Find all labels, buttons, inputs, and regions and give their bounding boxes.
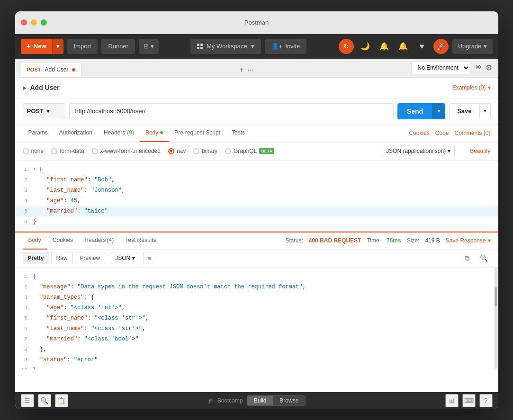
minimize-button[interactable] — [31, 19, 37, 26]
resp-line-6: 6 "last_name": "<class 'str'>", — [15, 323, 498, 334]
layout-button[interactable]: ⊞ ▾ — [139, 39, 159, 54]
upgrade-button[interactable]: Upgrade ▾ — [452, 39, 493, 54]
invite-button[interactable]: 👤+ Invite — [265, 39, 307, 54]
chevron-down-icon: ▾ — [251, 43, 254, 50]
radio-graphql[interactable] — [225, 148, 231, 154]
request-tab[interactable]: POST Add User — [21, 62, 82, 77]
tab-tests[interactable]: Tests — [226, 124, 251, 142]
heart-button[interactable]: ♥ — [414, 39, 430, 54]
filter-icon-button[interactable]: ≡ — [143, 252, 155, 264]
send-button[interactable]: Send — [397, 103, 432, 119]
import-button[interactable]: Import — [67, 39, 98, 54]
new-button-arrow[interactable]: ▾ — [52, 39, 63, 54]
option-graphql[interactable]: GraphQL BETA — [225, 148, 274, 154]
code-link[interactable]: Code — [435, 130, 449, 136]
save-response-button[interactable]: Save Response ▾ — [446, 237, 491, 244]
bell-button[interactable]: 🔔 — [396, 39, 411, 54]
code-line-3: 3 "last_name": "Johnson", — [15, 185, 498, 196]
view-preview-button[interactable]: Preview — [75, 252, 106, 264]
code-line-5: 5 "married": "twice" — [15, 206, 498, 216]
radio-urlencoded[interactable] — [92, 148, 98, 154]
toolbar-right: ↻ 🌙 🔔 🔔 ♥ 🚀 Upgrade ▾ — [339, 39, 493, 54]
bootcamp-section: 🎓 Bootcamp Build Browse — [72, 395, 441, 406]
scrollbar[interactable] — [495, 268, 497, 369]
keyboard-icon-button[interactable]: ⌨ — [462, 394, 476, 407]
tab-params[interactable]: Params — [23, 124, 54, 142]
radio-binary[interactable] — [193, 148, 199, 154]
build-button[interactable]: Build — [247, 396, 273, 405]
save-button[interactable]: Save — [449, 103, 479, 119]
tab-pre-request[interactable]: Pre-request Script — [169, 124, 226, 142]
new-button[interactable]: + New ▾ — [21, 39, 63, 54]
search-icon-button[interactable]: 🔍 — [477, 251, 491, 265]
resp-right-icons: ⧉ 🔍 — [460, 251, 491, 265]
option-binary[interactable]: binary — [193, 148, 217, 154]
close-button[interactable] — [21, 19, 27, 26]
tab-headers[interactable]: Headers (9) — [98, 124, 140, 142]
sync-button[interactable]: ↻ — [339, 39, 354, 54]
radio-raw[interactable] — [168, 148, 174, 154]
code-line-6: 6 } — [15, 216, 498, 227]
resp-tab-cookies[interactable]: Cookies — [47, 232, 79, 250]
resp-tab-body[interactable]: Body — [23, 232, 47, 250]
avatar-button[interactable]: 🚀 — [433, 39, 449, 54]
view-pretty-button[interactable]: Pretty — [23, 252, 49, 264]
option-urlencoded[interactable]: x-www-form-urlencoded — [92, 148, 161, 154]
sidebar-toggle-button[interactable]: ☰ — [21, 394, 34, 407]
environment-select[interactable]: No Environment — [411, 61, 470, 74]
url-input[interactable] — [69, 103, 394, 119]
beta-badge: BETA — [259, 148, 274, 154]
scrollbar-thumb[interactable] — [495, 287, 497, 306]
response-format-select[interactable]: JSON ▾ — [111, 252, 139, 264]
response-tab-bar: Body Cookies Headers (4) Test Results St… — [15, 232, 498, 250]
tab-method: POST — [27, 67, 41, 72]
history-button[interactable]: 📋 — [55, 394, 68, 407]
maximize-button[interactable] — [41, 19, 47, 26]
chevron-down-icon: ▾ — [132, 255, 135, 261]
save-group: Save ▾ — [449, 103, 490, 119]
size-value: 419 B — [425, 237, 440, 244]
format-select[interactable]: JSON (application/json) ▾ — [382, 145, 455, 157]
tab-authorization[interactable]: Authorization — [54, 124, 98, 142]
resp-tab-test-results[interactable]: Test Results — [119, 232, 162, 250]
option-form-data[interactable]: form-data — [51, 148, 84, 154]
browse-button[interactable]: Browse — [273, 396, 305, 405]
method-select[interactable]: POST ▾ — [23, 103, 65, 119]
theme-button[interactable]: 🌙 — [358, 39, 373, 54]
beautify-button[interactable]: Beautify — [470, 148, 490, 154]
copy-icon-button[interactable]: ⧉ — [460, 251, 474, 265]
send-group: Send ▾ — [397, 103, 445, 119]
layout-icon-button[interactable]: ⊞ — [445, 394, 459, 407]
tab-body[interactable]: Body — [140, 124, 169, 142]
window-controls — [21, 19, 47, 26]
help-icon-button[interactable]: ? — [479, 394, 493, 407]
send-arrow-button[interactable]: ▾ — [432, 103, 445, 119]
chevron-down-icon: ▾ — [488, 237, 491, 244]
body-modified-dot — [160, 131, 163, 134]
workspace-button[interactable]: My Workspace ▾ — [190, 39, 261, 54]
add-tab-button[interactable]: + — [239, 66, 243, 74]
resp-tab-headers[interactable]: Headers (4) — [79, 232, 119, 250]
tab-unsaved-dot — [72, 68, 75, 71]
notifications-button[interactable]: 🔔 — [377, 39, 392, 54]
examples-button[interactable]: Examples (0) ▾ — [452, 84, 491, 91]
save-arrow-button[interactable]: ▾ — [480, 103, 491, 119]
runner-button[interactable]: Runner — [101, 39, 135, 54]
search-bottom-button[interactable]: 🔍 — [38, 394, 51, 407]
eye-icon-button[interactable]: 👁 — [474, 63, 482, 72]
main-content: POST Add User + ··· No Environment 👁 ⚙ A… — [15, 59, 498, 392]
more-tabs-button[interactable]: ··· — [247, 66, 253, 74]
bootcamp-label: 🎓 Bootcamp — [207, 397, 243, 404]
option-none[interactable]: none — [23, 148, 44, 154]
main-window: Postman + New ▾ Import Runner ⊞ ▾ My Wor… — [15, 11, 498, 409]
comments-link[interactable]: Comments (0) — [454, 130, 490, 136]
request-body-editor[interactable]: 1 ▾ { 2 "first_name": "Bob", 3 "last_nam… — [15, 161, 498, 232]
chevron-down-icon: ▾ — [448, 148, 450, 154]
radio-form-data[interactable] — [51, 148, 57, 154]
settings-icon-button[interactable]: ⚙ — [486, 63, 492, 72]
view-raw-button[interactable]: Raw — [51, 252, 73, 264]
cookies-link[interactable]: Cookies — [409, 130, 429, 136]
option-raw[interactable]: raw — [168, 148, 186, 154]
radio-none[interactable] — [23, 148, 29, 154]
invite-icon: 👤+ — [271, 43, 283, 50]
